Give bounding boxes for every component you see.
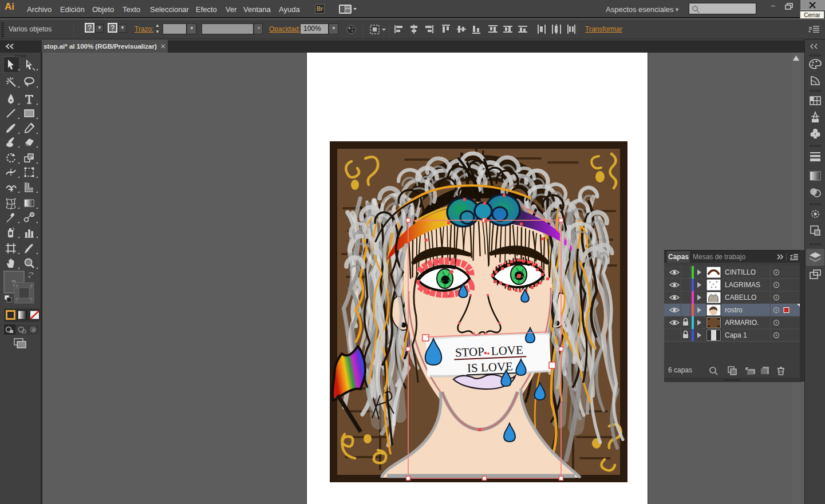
- svg-text:6 capas: 6 capas: [668, 366, 692, 374]
- svg-text:?: ?: [29, 297, 32, 303]
- svg-text:CINTILLO: CINTILLO: [725, 268, 756, 276]
- svg-text:?: ?: [15, 297, 18, 303]
- svg-text:Mesas de trabajo: Mesas de trabajo: [693, 253, 745, 261]
- svg-text:?: ?: [29, 284, 32, 289]
- svg-text:?: ?: [15, 284, 18, 289]
- svg-text:LOVE: LOVE: [491, 343, 523, 358]
- svg-text:Capas: Capas: [668, 253, 689, 261]
- svg-text:rostro: rostro: [725, 306, 743, 314]
- svg-text:ARMARIO.: ARMARIO.: [725, 319, 759, 327]
- svg-text:LAGRIMAS: LAGRIMAS: [725, 281, 760, 289]
- svg-text:CABELLO: CABELLO: [725, 293, 756, 301]
- svg-text:STOP: STOP: [455, 344, 484, 359]
- svg-text:Capa 1: Capa 1: [725, 331, 747, 339]
